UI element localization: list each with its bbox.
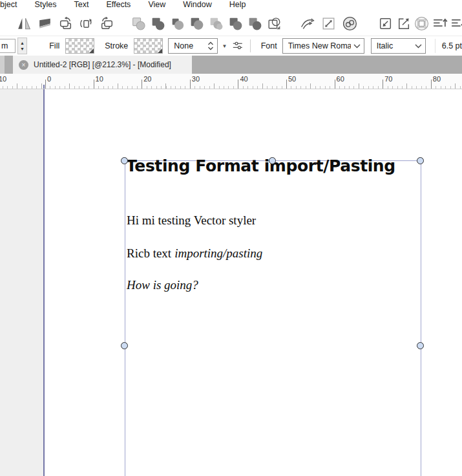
font-family-value: Times New Roma <box>288 41 351 50</box>
subtract-icon[interactable] <box>169 15 186 32</box>
unit-value: m <box>1 41 8 50</box>
transform-link-icon[interactable] <box>341 15 359 32</box>
stroke-style-select[interactable]: None <box>168 38 218 54</box>
unit-field[interactable]: m <box>0 39 16 53</box>
stepper-down-icon[interactable]: ▼ <box>20 47 25 51</box>
selected-text-frame[interactable] <box>125 160 421 476</box>
font-style-value: Italic <box>377 41 412 50</box>
raise-paragraph-icon[interactable] <box>431 15 448 32</box>
stroke-swatch[interactable] <box>134 38 163 54</box>
fill-swatch[interactable] <box>65 38 94 54</box>
updown-chevron-icon <box>207 41 214 50</box>
stroke-label: Stroke <box>105 41 128 50</box>
union-outline-icon[interactable] <box>130 15 147 32</box>
stroke-dropdown-arrow-icon[interactable]: ▼ <box>222 43 227 49</box>
ruler-mark: 40 <box>238 80 238 89</box>
ruler-mark: 0 <box>45 80 46 89</box>
ruler-mark: 30 <box>190 80 191 89</box>
main-toolbar <box>0 11 462 36</box>
merge-icon[interactable] <box>246 15 264 32</box>
menu-item-bject[interactable]: bject <box>0 0 17 10</box>
ruler-mark: 80 <box>431 80 432 89</box>
ruler-marks: 1001020304050607080 <box>0 74 462 89</box>
document-line-1[interactable]: Hi mi testing Vector styler <box>127 213 256 228</box>
ruler-mark: 10 <box>94 80 94 89</box>
flip-horizontal-icon[interactable] <box>16 15 33 32</box>
tab-untitled-2[interactable]: × Untitled-2 [RGB] [@212.3%] - [Modified… <box>13 56 192 74</box>
intersect-icon[interactable] <box>188 15 205 32</box>
selection-handle-top-center[interactable] <box>269 157 276 164</box>
properties-bar: m ▲ ▼ Fill Stroke None ▼ Font Times New … <box>0 36 462 56</box>
value-stepper[interactable]: ▲ ▼ <box>17 38 28 54</box>
rotate-90-icon[interactable] <box>78 15 95 32</box>
fill-label: Fill <box>49 41 59 50</box>
font-size-value: 6.5 pt <box>442 41 462 50</box>
import-styles-icon[interactable] <box>377 15 394 32</box>
selection-handle-top-left[interactable] <box>121 157 128 164</box>
document-line-2[interactable]: Ricb textimporting/pasting <box>127 246 262 261</box>
ruler-mark: 50 <box>286 80 287 89</box>
lower-paragraph-icon[interactable] <box>449 15 462 32</box>
menu-bar: bjectStylesTextEffectsViewWindowHelp <box>0 0 462 11</box>
export-styles-icon[interactable] <box>395 15 412 32</box>
path-tool-group <box>299 15 359 32</box>
document-line-3[interactable]: How is going? <box>127 278 198 292</box>
skew-icon[interactable] <box>36 15 54 32</box>
union-icon[interactable] <box>149 15 167 32</box>
transform-tool-group <box>16 15 116 32</box>
selection-handle-mid-left[interactable] <box>121 342 128 349</box>
pasteboard <box>0 89 43 476</box>
planar-divide-icon[interactable] <box>266 15 283 32</box>
ruler-mark: 20 <box>142 80 142 89</box>
menu-item-text[interactable]: Text <box>74 0 89 10</box>
menu-item-window[interactable]: Window <box>183 0 211 10</box>
exclude-icon[interactable] <box>207 15 225 32</box>
chevron-down-icon <box>415 44 422 49</box>
stepper-up-icon[interactable]: ▲ <box>20 41 25 45</box>
page-left-edge <box>43 89 45 476</box>
font-size-field[interactable]: 6.5 pt <box>435 39 462 53</box>
menu-item-help[interactable]: Help <box>229 0 246 10</box>
close-tab-icon[interactable]: × <box>19 60 28 70</box>
stroke-style-value: None <box>174 41 205 50</box>
menu-item-effects[interactable]: Effects <box>106 0 131 10</box>
horizontal-ruler[interactable]: 1001020304050607080 <box>0 74 462 89</box>
font-style-select[interactable]: Italic <box>371 38 426 54</box>
font-label: Font <box>261 41 277 50</box>
vector-editor-window: bjectStylesTextEffectsViewWindowHelp <box>0 0 462 476</box>
divide-icon[interactable] <box>227 15 244 32</box>
props-divider <box>250 39 251 52</box>
stroke-settings-icon[interactable] <box>232 39 244 53</box>
ruler-mark: 60 <box>335 80 335 89</box>
document-tab-bar: × Untitled-2 [RGB] [@212.3%] - [Modified… <box>0 56 462 74</box>
chevron-down-icon <box>353 44 361 49</box>
document-heading-text[interactable]: Testing Format import/Pasting <box>126 157 395 175</box>
rotate-left-icon[interactable] <box>57 15 74 32</box>
line-2-italic: importing/pasting <box>174 246 262 260</box>
frame-options-icon[interactable] <box>413 15 430 32</box>
font-family-select[interactable]: Times New Roma <box>282 38 364 54</box>
style-transfer-group <box>377 15 462 32</box>
bend-curve-icon[interactable] <box>299 15 316 32</box>
document-canvas[interactable]: Testing Format import/Pasting Hi mi test… <box>0 89 462 476</box>
rotate-right-icon[interactable] <box>98 15 116 32</box>
selection-handle-top-right[interactable] <box>417 157 424 164</box>
tab-bar-edge <box>0 56 5 74</box>
line-2-regular: Ricb text <box>127 246 171 260</box>
boolean-tool-group <box>130 15 283 32</box>
ruler-origin-marker <box>43 85 45 89</box>
ruler-mark: 70 <box>383 80 383 89</box>
tab-title: Untitled-2 [RGB] [@212.3%] - [Modified] <box>34 60 171 69</box>
scale-object-icon[interactable] <box>320 15 337 32</box>
menu-item-view[interactable]: View <box>148 0 165 10</box>
menu-item-styles[interactable]: Styles <box>34 0 56 10</box>
selection-handle-mid-right[interactable] <box>417 342 424 349</box>
